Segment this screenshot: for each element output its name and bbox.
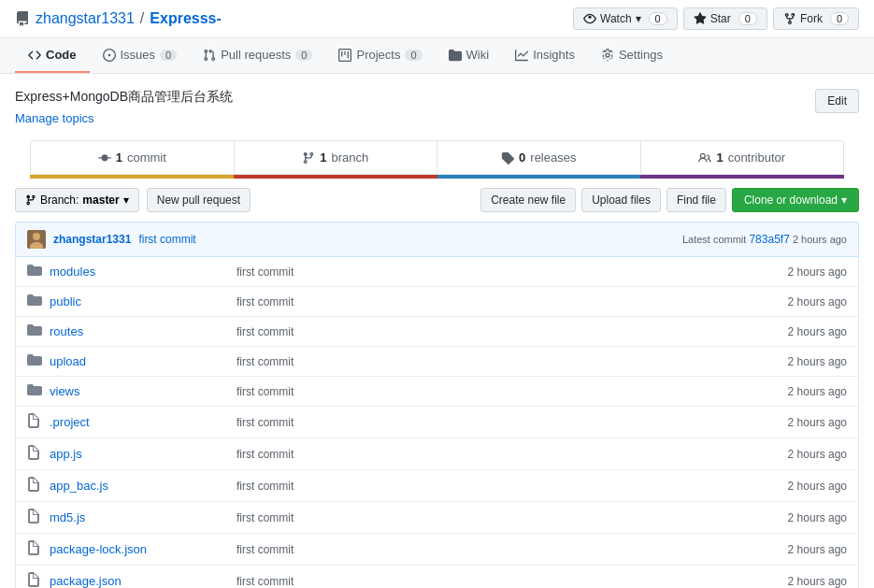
commits-stat[interactable]: 1 commit (31, 141, 235, 174)
commit-message-link[interactable]: first commit (138, 233, 195, 246)
file-name-link[interactable]: md5.js (50, 510, 85, 524)
file-name-cell: app.js (50, 447, 236, 461)
fork-label: Fork (800, 12, 823, 25)
table-row: md5.jsfirst commit2 hours ago (16, 502, 858, 534)
file-icon (27, 413, 42, 431)
new-pull-request-button[interactable]: New pull request (147, 188, 251, 212)
tab-code[interactable]: Code (15, 38, 90, 73)
file-time-cell: 2 hours ago (735, 511, 847, 524)
releases-label: releases (530, 151, 576, 165)
table-row: app.jsfirst commit2 hours ago (16, 438, 858, 470)
repo-actions: Watch ▾ 0 Star 0 Fork 0 (573, 7, 859, 30)
file-message-cell: first commit (236, 295, 735, 308)
file-action-buttons: Create new file Upload files Find file C… (480, 188, 859, 212)
star-count: 0 (738, 12, 757, 25)
file-time-cell: 2 hours ago (735, 480, 847, 493)
tab-pull-requests[interactable]: Pull requests 0 (190, 38, 325, 73)
file-name-cell: app_bac.js (50, 479, 236, 493)
tab-issues[interactable]: Issues 0 (90, 38, 191, 73)
manage-topics-link[interactable]: Manage topics (15, 111, 94, 125)
commits-label: commit (127, 151, 166, 165)
file-name-cell: .project (50, 415, 236, 429)
table-row: viewsfirst commit2 hours ago (16, 377, 858, 407)
repo-description-section: Edit Express+MongoDB商品管理后台系统 Manage topi… (0, 74, 874, 133)
file-name-cell: routes (50, 324, 236, 338)
tab-insights[interactable]: Insights (502, 38, 588, 73)
folder-icon (27, 294, 42, 309)
commit-author-link[interactable]: zhangstar1331 (53, 233, 131, 246)
stats-bar: 1 commit 1 branch 0 releases 1 contribut… (30, 140, 844, 175)
commits-count: 1 (116, 151, 122, 165)
owner-link[interactable]: zhangstar1331 (36, 10, 135, 27)
file-message-cell: first commit (236, 511, 735, 524)
svg-point-1 (33, 233, 40, 240)
tab-settings[interactable]: Settings (588, 38, 676, 73)
file-time-cell: 2 hours ago (735, 355, 847, 368)
file-controls: Branch: master ▾ New pull request Create… (15, 188, 859, 212)
edit-description-button[interactable]: Edit (815, 89, 859, 113)
graph-icon (515, 49, 528, 62)
watch-button[interactable]: Watch ▾ 0 (573, 7, 678, 30)
table-row: uploadfirst commit2 hours ago (16, 347, 858, 377)
file-time-cell: 2 hours ago (735, 295, 847, 308)
releases-stat[interactable]: 0 releases (437, 141, 641, 174)
folder-icon (27, 383, 42, 399)
branch-name: master (82, 194, 119, 207)
fork-icon (783, 12, 796, 25)
file-icon (27, 572, 42, 588)
upload-files-button[interactable]: Upload files (581, 188, 661, 212)
file-icon (27, 445, 42, 463)
file-name-cell: md5.js (50, 510, 236, 524)
branches-count: 1 (320, 151, 326, 165)
tab-wiki[interactable]: Wiki (436, 38, 503, 73)
file-message-cell: first commit (236, 385, 735, 398)
file-time-cell: 2 hours ago (735, 265, 847, 279)
watch-label: Watch (600, 12, 632, 25)
file-name-link[interactable]: routes (50, 324, 83, 338)
lang-bar-yellow (30, 175, 234, 179)
settings-nav-icon (601, 49, 614, 62)
contributors-count: 1 (716, 151, 723, 165)
file-name-link[interactable]: public (50, 294, 81, 308)
issues-badge: 0 (160, 50, 177, 61)
file-icon (27, 477, 42, 495)
book-icon (15, 11, 30, 26)
file-message-cell: first commit (236, 448, 735, 461)
branch-controls: Branch: master ▾ New pull request (15, 188, 251, 212)
tab-projects[interactable]: Projects 0 (325, 38, 435, 73)
branch-label: Branch: (40, 194, 79, 207)
table-row: app_bac.jsfirst commit2 hours ago (16, 470, 858, 502)
clone-download-button[interactable]: Clone or download ▾ (732, 188, 859, 212)
repo-name-link[interactable]: Expresss- (150, 10, 222, 27)
repo-title: zhangstar1331 / Expresss- (15, 10, 222, 27)
file-name-link[interactable]: app_bac.js (50, 479, 108, 493)
file-name-link[interactable]: .project (50, 415, 90, 429)
contributors-label: contributor (728, 151, 785, 165)
file-name-link[interactable]: app.js (50, 447, 82, 461)
commit-time: 2 hours ago (793, 234, 847, 245)
folder-icon (27, 323, 42, 339)
file-name-link[interactable]: package-lock.json (50, 542, 147, 556)
fork-button[interactable]: Fork 0 (773, 7, 859, 30)
pr-icon (203, 49, 216, 62)
file-name-link[interactable]: package.json (50, 574, 122, 588)
file-message-cell: first commit (236, 416, 735, 429)
file-name-link[interactable]: upload (50, 354, 86, 368)
commit-info-right: Latest commit 783a5f7 2 hours ago (682, 233, 847, 246)
file-name-cell: upload (50, 354, 236, 368)
create-new-file-button[interactable]: Create new file (480, 188, 576, 212)
file-time-cell: 2 hours ago (735, 416, 847, 429)
commit-sha-link[interactable]: 783a5f7 (749, 233, 789, 246)
file-name-link[interactable]: modules (50, 265, 95, 279)
lang-bar-purple (640, 175, 844, 179)
star-button[interactable]: Star 0 (683, 7, 767, 30)
find-file-button[interactable]: Find file (666, 188, 726, 212)
branches-stat[interactable]: 1 branch (235, 141, 438, 174)
file-name-cell: package.json (50, 574, 236, 588)
file-name-link[interactable]: views (50, 384, 80, 398)
file-time-cell: 2 hours ago (735, 325, 847, 338)
file-table: modulesfirst commit2 hours agopublicfirs… (15, 257, 859, 588)
contributors-stat[interactable]: 1 contributor (641, 141, 844, 174)
star-label: Star (710, 12, 731, 25)
branch-select-button[interactable]: Branch: master ▾ (15, 188, 139, 212)
